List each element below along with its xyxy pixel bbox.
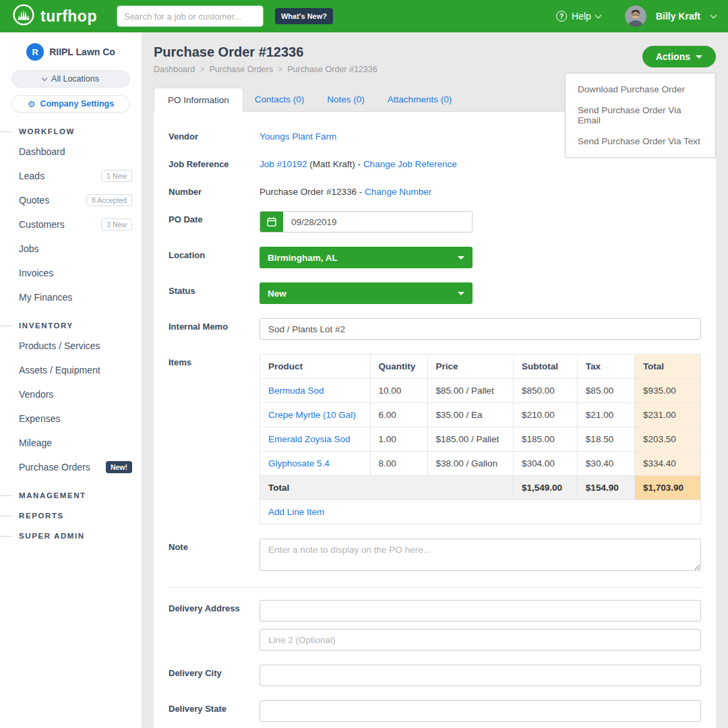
- actions-button[interactable]: Actions: [642, 46, 716, 67]
- customers-badge: 3 New: [101, 218, 132, 231]
- add-line-item-link[interactable]: Add Line Item: [268, 507, 324, 517]
- chevron-down-icon: [595, 12, 601, 19]
- col-total: Total: [634, 355, 700, 379]
- col-subtotal: Subtotal: [514, 355, 578, 379]
- tab-contacts[interactable]: Contacts (0): [243, 88, 316, 111]
- col-price: Price: [427, 355, 514, 379]
- total-subtotal: $1,549.00: [514, 476, 578, 500]
- grass-logo-icon: [12, 3, 35, 29]
- tab-notes[interactable]: Notes (0): [315, 88, 376, 111]
- section-header-super-admin[interactable]: SUPER ADMIN: [0, 532, 142, 540]
- sidebar-item-jobs[interactable]: Jobs: [0, 237, 142, 261]
- search-input[interactable]: [117, 6, 263, 26]
- product-link[interactable]: Emerald Zoysia Sod: [268, 434, 351, 444]
- job-link[interactable]: Job #10192: [260, 159, 307, 169]
- company-logo-icon: R: [26, 43, 44, 61]
- help-icon: ?: [556, 11, 567, 22]
- delivery-address-line2-input[interactable]: [260, 629, 701, 650]
- page-title: Purchase Order #12336: [154, 44, 716, 60]
- product-link[interactable]: Bermuda Sod: [268, 386, 324, 396]
- sidebar-item-assets-equipment[interactable]: Assets / Equipment: [0, 358, 142, 382]
- dash-divider: [0, 516, 11, 516]
- company-name: RIIPL Lawn Co: [49, 47, 115, 57]
- items-label: Items: [169, 354, 260, 367]
- section-header-workflow: WORKFLOW: [0, 127, 142, 135]
- section-divider: [169, 587, 701, 588]
- delivery-state-label: Delivery State: [169, 700, 260, 714]
- items-total-row: Total $1,549.00 $154.90 $1,703.90: [260, 476, 701, 500]
- delivery-address-label: Delivery Address: [169, 600, 260, 613]
- delivery-state-input[interactable]: [260, 700, 701, 722]
- location-selector[interactable]: All Locations: [11, 70, 130, 88]
- breadcrumb-purchase-orders[interactable]: Purchase Orders: [209, 65, 272, 74]
- tab-attachments[interactable]: Attachments (0): [376, 88, 463, 111]
- sidebar-item-invoices[interactable]: Invoices: [0, 261, 142, 285]
- chevron-down-icon: [710, 12, 717, 19]
- delivery-city-row: Delivery City: [169, 665, 701, 686]
- menu-item-download-po[interactable]: Download Purchase Order: [566, 79, 715, 100]
- company-header: R RIIPL Lawn Co: [0, 43, 142, 61]
- top-header: turfhop What's New? ? Help Billy Kraft: [0, 0, 728, 32]
- note-textarea[interactable]: [260, 539, 701, 571]
- company-settings-button[interactable]: ⚙ Company Settings: [11, 95, 130, 113]
- caret-down-icon: [458, 292, 464, 295]
- note-row: Note: [169, 539, 701, 573]
- sidebar-item-purchase-orders[interactable]: Purchase Orders New!: [0, 455, 142, 479]
- breadcrumb-current: Purchase Order #12336: [287, 65, 377, 74]
- status-row: Status New: [169, 282, 701, 304]
- user-name[interactable]: Billy Kraft: [656, 11, 700, 22]
- purchase-orders-new-badge: New!: [106, 461, 132, 473]
- user-avatar[interactable]: [625, 5, 646, 27]
- sidebar-item-vendors[interactable]: Vendors: [0, 382, 142, 406]
- table-row: Crepe Myrtle (10 Gal) 6.00 $35.00 / Ea $…: [260, 403, 701, 427]
- dash-divider: [0, 131, 11, 132]
- whats-new-button[interactable]: What's New?: [275, 8, 333, 24]
- calendar-button[interactable]: [260, 212, 283, 232]
- dash-divider: [0, 495, 11, 496]
- product-link[interactable]: Crepe Myrtle (10 Gal): [268, 410, 356, 420]
- vendor-link[interactable]: Youngs Plant Farm: [260, 131, 336, 142]
- table-row: Bermuda Sod 10.00 $85.00 / Pallet $850.0…: [260, 379, 701, 403]
- tab-po-information[interactable]: PO Information: [154, 88, 243, 112]
- sidebar-item-quotes[interactable]: Quotes 8 Accepted: [0, 188, 142, 212]
- sidebar-item-dashboard[interactable]: Dashboard: [0, 140, 142, 164]
- items-header-row: Product Quantity Price Subtotal Tax Tota…: [260, 355, 701, 379]
- internal-memo-input[interactable]: [260, 318, 701, 340]
- sidebar-item-leads[interactable]: Leads 1 New: [0, 164, 142, 188]
- location-select[interactable]: Birmingham, AL: [260, 247, 473, 268]
- col-product: Product: [260, 355, 371, 379]
- product-link[interactable]: Glyphosate 5.4: [268, 458, 330, 468]
- section-header-management[interactable]: MANAGEMENT: [0, 491, 142, 499]
- job-reference-detail: (Matt Kraft) -: [309, 159, 361, 169]
- sidebar-item-expenses[interactable]: Expenses: [0, 406, 142, 431]
- number-label: Number: [169, 183, 260, 197]
- section-header-reports[interactable]: REPORTS: [0, 512, 142, 520]
- help-menu[interactable]: ? Help: [556, 11, 601, 22]
- sidebar-item-mileage[interactable]: Mileage: [0, 431, 142, 455]
- brand-logo[interactable]: turfhop: [12, 3, 97, 29]
- menu-item-send-po-email[interactable]: Send Purchase Order Via Email: [566, 100, 715, 131]
- status-label: Status: [169, 282, 260, 296]
- delivery-city-input[interactable]: [260, 665, 701, 686]
- sidebar: R RIIPL Lawn Co All Locations ⚙ Company …: [0, 32, 142, 728]
- grand-total: $1,703.90: [634, 476, 700, 500]
- delivery-address-input[interactable]: [260, 600, 701, 621]
- change-job-reference-link[interactable]: Change Job Reference: [363, 159, 457, 169]
- actions-dropdown-menu: Download Purchase Order Send Purchase Or…: [565, 73, 716, 158]
- breadcrumb-dashboard[interactable]: Dashboard: [154, 65, 195, 74]
- status-select[interactable]: New: [260, 282, 473, 304]
- items-row: Items Product Quantity Price Subtotal Ta…: [169, 354, 701, 524]
- gear-icon: ⚙: [28, 99, 36, 109]
- section-header-inventory: INVENTORY: [0, 322, 142, 330]
- menu-item-send-po-text[interactable]: Send Purchase Order Via Text: [566, 131, 715, 152]
- delivery-city-label: Delivery City: [169, 665, 260, 678]
- quotes-badge: 8 Accepted: [86, 194, 132, 206]
- sidebar-item-customers[interactable]: Customers 3 New: [0, 212, 142, 237]
- change-number-link[interactable]: Change Number: [365, 187, 431, 197]
- sidebar-item-my-finances[interactable]: My Finances: [0, 285, 142, 309]
- po-date-input[interactable]: [283, 212, 472, 232]
- sidebar-item-products-services[interactable]: Products / Services: [0, 334, 142, 358]
- breadcrumb-separator: >: [200, 65, 204, 74]
- dash-divider: [0, 536, 11, 537]
- number-row: Number Purchase Order #12336 - Change Nu…: [169, 183, 701, 197]
